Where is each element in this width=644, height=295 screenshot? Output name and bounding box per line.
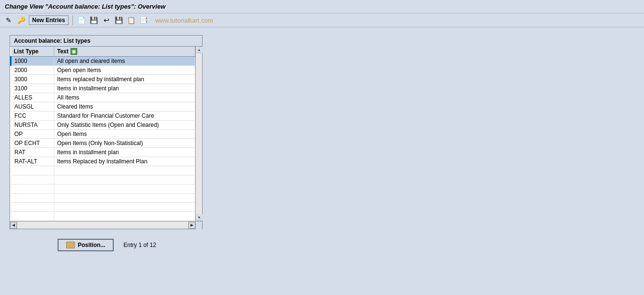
scroll-track[interactable] xyxy=(196,53,202,214)
main-content: Account balance: List types List Type Te… xyxy=(0,27,644,259)
column-settings-icon[interactable]: ▦ xyxy=(71,48,77,55)
table-row[interactable]: OPOpen Items xyxy=(11,130,195,139)
table-row[interactable]: AUSGLCleared Items xyxy=(11,102,195,111)
entry-info: Entry 1 of 12 xyxy=(123,242,156,248)
table-row-empty xyxy=(11,166,195,175)
scroll-left-arrow[interactable]: ◀ xyxy=(10,222,17,229)
cell-text: Cleared Items xyxy=(54,102,195,111)
cell-list-type: RAT-ALT xyxy=(11,157,54,166)
table-row[interactable]: RAT-ALTItems Replaced by Installment Pla… xyxy=(11,157,195,166)
horizontal-scrollbar[interactable]: ◀ ▶ xyxy=(10,221,202,229)
cell-list-type: FCC xyxy=(11,111,54,121)
separator-1 xyxy=(72,15,73,25)
cell-list-type: NURSTA xyxy=(11,121,54,130)
title-bar: Change View "Account balance: List types… xyxy=(0,0,644,13)
keys-icon[interactable]: 🔑 xyxy=(16,15,26,25)
scroll-down-arrow[interactable]: ▼ xyxy=(196,214,203,221)
table-row-empty xyxy=(11,212,195,221)
new-entries-label: New Entries xyxy=(32,17,65,24)
table-wrapper: List Type Text ▦ 1000All open and cleare xyxy=(10,47,202,221)
col-header-text: Text ▦ xyxy=(54,47,195,57)
col-header-list-type: List Type xyxy=(11,47,54,57)
cell-text: Items in installment plan xyxy=(54,148,195,157)
table-row[interactable]: 3000Items replaced by installment plan xyxy=(11,75,195,84)
table-panel: Account balance: List types List Type Te… xyxy=(10,35,203,229)
position-btn-label: Position... xyxy=(78,242,105,248)
cell-text: Open open items xyxy=(54,66,195,75)
table-inner: List Type Text ▦ 1000All open and cleare xyxy=(10,47,195,221)
table-row-empty xyxy=(11,175,195,184)
cell-text: All open and cleared items xyxy=(54,57,195,66)
table-row[interactable]: 3100Items in installment plan xyxy=(11,84,195,93)
table-row[interactable]: 1000All open and cleared items xyxy=(11,57,195,66)
position-button[interactable]: Position... xyxy=(58,239,114,251)
table-row-empty xyxy=(11,184,195,194)
cell-text: Open Items xyxy=(54,130,195,139)
scroll-up-arrow[interactable]: ▲ xyxy=(196,47,203,53)
cell-list-type: OP xyxy=(11,130,54,139)
table-header-row: List Type Text ▦ xyxy=(11,47,195,57)
paste-icon[interactable]: 📑 xyxy=(139,15,149,25)
h-scroll-track[interactable] xyxy=(17,221,189,229)
clipboard-icon[interactable]: 📋 xyxy=(127,15,136,25)
cell-list-type: ALLES xyxy=(11,93,54,102)
edit-icon[interactable]: ✎ xyxy=(4,15,13,25)
toolbar: ✎ 🔑 New Entries 📄 💾 ↩ 💾 📋 📑 www.tutorial… xyxy=(0,13,644,27)
data-table: List Type Text ▦ 1000All open and cleare xyxy=(10,47,195,221)
panel-title: Account balance: List types xyxy=(10,36,202,47)
page-title: Change View "Account balance: List types… xyxy=(5,3,166,10)
new-entries-button[interactable]: New Entries xyxy=(29,15,69,25)
watermark: www.tutorialkart.com xyxy=(155,17,213,24)
cell-text: All Items xyxy=(54,93,195,102)
table-row[interactable]: 2000Open open items xyxy=(11,66,195,75)
cell-text: Items Replaced by Installment Plan xyxy=(54,157,195,166)
cell-text: Open Items (Only Non-Statistical) xyxy=(54,139,195,148)
undo-icon[interactable]: ↩ xyxy=(102,15,111,25)
scroll-right-arrow[interactable]: ▶ xyxy=(189,222,195,229)
cell-list-type: 2000 xyxy=(11,66,54,75)
cell-list-type: 3100 xyxy=(11,84,54,93)
cell-list-type: 1000 xyxy=(11,57,54,66)
cell-text: Standard for Financial Customer Care xyxy=(54,111,195,121)
save2-icon[interactable]: 💾 xyxy=(114,15,124,25)
cell-text: Items replaced by installment plan xyxy=(54,75,195,84)
position-btn-icon xyxy=(66,242,75,248)
vertical-scrollbar[interactable]: ▲ ▼ xyxy=(195,47,202,221)
cell-text: Items in installment plan xyxy=(54,84,195,93)
save-icon[interactable]: 💾 xyxy=(89,15,99,25)
cell-text: Only Statistic Items (Open and Cleared) xyxy=(54,121,195,130)
copy-icon[interactable]: 📄 xyxy=(77,15,86,25)
cell-list-type: AUSGL xyxy=(11,102,54,111)
cell-list-type: RAT xyxy=(11,148,54,157)
table-row-empty xyxy=(11,194,195,203)
footer-area: Position... Entry 1 of 12 xyxy=(10,239,634,251)
table-body: 1000All open and cleared items2000Open o… xyxy=(11,57,195,221)
table-row[interactable]: NURSTAOnly Statistic Items (Open and Cle… xyxy=(11,121,195,130)
table-row[interactable]: FCCStandard for Financial Customer Care xyxy=(11,111,195,121)
cell-list-type: 3000 xyxy=(11,75,54,84)
table-row[interactable]: RATItems in installment plan xyxy=(11,148,195,157)
table-row[interactable]: OP ECHTOpen Items (Only Non-Statistical) xyxy=(11,139,195,148)
cell-list-type: OP ECHT xyxy=(11,139,54,148)
table-row[interactable]: ALLESAll Items xyxy=(11,93,195,102)
table-row-empty xyxy=(11,203,195,212)
